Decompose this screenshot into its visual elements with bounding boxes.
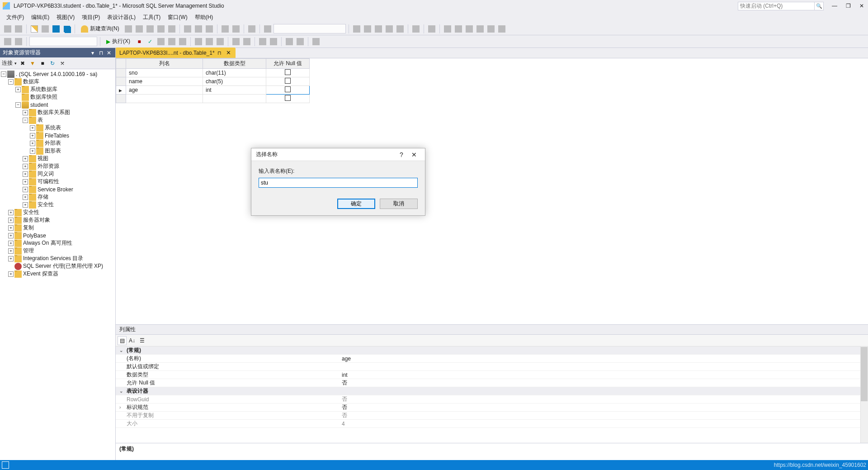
panel-close-icon[interactable]: ✕ <box>105 49 113 57</box>
minimize-button[interactable]: — <box>831 2 838 9</box>
alphabetical-button[interactable]: A↓ <box>127 336 137 345</box>
properties-scrollbar[interactable] <box>860 347 868 443</box>
execute-button[interactable]: ▶执行(X) <box>103 37 133 47</box>
menu-table-designer[interactable]: 表设计器(L) <box>104 12 139 23</box>
tb-icon-4[interactable] <box>156 24 166 34</box>
categorized-button[interactable]: ▤ <box>118 336 127 345</box>
tb2-icon-6[interactable] <box>193 37 203 47</box>
cut-button[interactable] <box>183 24 193 34</box>
parse-button[interactable]: ✓ <box>145 37 155 47</box>
tree-synonyms[interactable]: +同义词 <box>0 170 115 178</box>
tree-file-tables[interactable]: +FileTables <box>0 132 115 139</box>
menu-file[interactable]: 文件(F) <box>3 12 28 23</box>
column-row[interactable]: name char(5) <box>116 77 310 86</box>
menu-project[interactable]: 项目(P) <box>78 12 104 23</box>
tree-graph-tables[interactable]: +图形表 <box>0 147 115 155</box>
tb2-icon-1[interactable] <box>3 37 13 47</box>
tb2-icon-5[interactable] <box>178 37 188 47</box>
redo-button[interactable] <box>231 24 241 34</box>
tree-polybase[interactable]: +PolyBase <box>0 232 115 239</box>
tb2-icon-15[interactable] <box>311 37 321 47</box>
tree-replication[interactable]: +复制 <box>0 224 115 232</box>
tb-icon-3[interactable] <box>145 24 155 34</box>
tb-icon-1[interactable] <box>123 24 133 34</box>
prop-row[interactable]: 不用于复制否 <box>116 412 868 420</box>
ok-button[interactable]: 确定 <box>337 199 375 209</box>
open-button[interactable] <box>40 24 50 34</box>
tb-icon-15[interactable] <box>443 24 453 34</box>
tree-db-student[interactable]: −student <box>0 101 115 109</box>
tb2-icon-14[interactable] <box>295 37 305 47</box>
dialog-help-button[interactable]: ? <box>395 150 408 159</box>
prop-row[interactable]: RowGuid否 <box>116 395 868 404</box>
tb2-icon-13[interactable] <box>284 37 294 47</box>
tb-icon-20[interactable] <box>497 24 507 34</box>
tb2-icon-7[interactable] <box>204 37 214 47</box>
menu-tools[interactable]: 工具(T) <box>139 12 164 23</box>
prop-group-designer[interactable]: ⌄表设计器 <box>116 387 868 395</box>
tb-icon-2[interactable] <box>134 24 144 34</box>
database-combo[interactable] <box>274 24 346 33</box>
tree-xevent[interactable]: +XEvent 探查器 <box>0 270 115 278</box>
tab-table-designer[interactable]: LAPTOP-VKP6B33I....nt - dbo.Table_1* ⊓ ✕ <box>116 47 236 58</box>
tab-close-icon[interactable]: ✕ <box>226 50 232 56</box>
maximize-button[interactable]: ❐ <box>844 2 852 9</box>
tree-views[interactable]: +视图 <box>0 155 115 162</box>
prop-row[interactable]: ›标识规范否 <box>116 404 868 412</box>
undo-button[interactable] <box>220 24 230 34</box>
col-header-name[interactable]: 列名 <box>126 59 203 69</box>
connection-combo[interactable] <box>29 37 97 46</box>
tree-databases[interactable]: −数据库 <box>0 78 115 85</box>
dialog-close-button[interactable]: ✕ <box>408 150 420 159</box>
checkbox-nulls[interactable] <box>285 78 291 84</box>
save-button[interactable] <box>51 24 61 34</box>
prop-row[interactable]: 允许 Null 值否 <box>116 379 868 387</box>
tb-icon-9[interactable] <box>363 24 373 34</box>
tree-external-resources[interactable]: +外部资源 <box>0 162 115 170</box>
tb-icon-14[interactable] <box>427 24 437 34</box>
cancel-button[interactable]: 取消 <box>380 199 418 209</box>
column-row[interactable]: sno char(11) <box>116 69 310 77</box>
tree-service-broker[interactable]: +Service Broker <box>0 185 115 193</box>
oe-stop-icon[interactable]: ■ <box>38 59 47 67</box>
tb2-icon-10[interactable] <box>242 37 252 47</box>
menu-edit[interactable]: 编辑(E) <box>28 12 53 23</box>
nav-back-button[interactable] <box>3 24 13 34</box>
tb-icon-12[interactable] <box>395 24 405 34</box>
tb-icon-16[interactable] <box>453 24 463 34</box>
prop-row[interactable]: 数据类型int <box>116 371 868 379</box>
tree-sql-agent[interactable]: SQL Server 代理(已禁用代理 XP) <box>0 262 115 270</box>
checkbox-nulls[interactable] <box>285 86 291 92</box>
paste-button[interactable] <box>204 24 214 34</box>
tree-diagrams[interactable]: +数据库关系图 <box>0 109 115 116</box>
col-header-nulls[interactable]: 允许 Null 值 <box>266 59 310 69</box>
oe-filter-icon[interactable]: ▼ <box>28 59 37 67</box>
tree-server-root[interactable]: −. (SQL Server 14.0.1000.169 - sa) <box>0 70 115 78</box>
menu-help[interactable]: 帮助(H) <box>191 12 217 23</box>
tree-management[interactable]: +管理 <box>0 247 115 255</box>
tree-external-tables[interactable]: +外部表 <box>0 139 115 147</box>
copy-button[interactable] <box>193 24 203 34</box>
tb-icon-10[interactable] <box>373 24 383 34</box>
col-header-datatype[interactable]: 数据类型 <box>203 59 266 69</box>
close-button[interactable]: ✕ <box>858 2 865 9</box>
tb2-icon-2[interactable] <box>14 37 24 47</box>
tb2-icon-3[interactable] <box>156 37 166 47</box>
tb2-icon-11[interactable] <box>258 37 268 47</box>
tree-security[interactable]: +安全性 <box>0 209 115 216</box>
tree-storage[interactable]: +存储 <box>0 193 115 201</box>
stop-button[interactable]: ■ <box>134 37 144 47</box>
prop-row[interactable]: (名称)age <box>116 355 868 363</box>
checkbox-nulls[interactable] <box>285 95 291 101</box>
tb-icon-17[interactable] <box>464 24 474 34</box>
tree-always-on[interactable]: +Always On 高可用性 <box>0 239 115 247</box>
column-row-empty[interactable] <box>116 95 310 103</box>
tb-icon-8[interactable] <box>352 24 362 34</box>
tree-server-objects[interactable]: +服务器对象 <box>0 216 115 224</box>
tb2-icon-9[interactable] <box>231 37 241 47</box>
checkbox-nulls[interactable] <box>285 69 291 75</box>
menu-view[interactable]: 视图(V) <box>53 12 78 23</box>
column-row-selected[interactable]: age int <box>116 86 310 95</box>
quick-launch-input[interactable] <box>738 2 815 10</box>
prop-row[interactable]: 大小4 <box>116 420 868 428</box>
